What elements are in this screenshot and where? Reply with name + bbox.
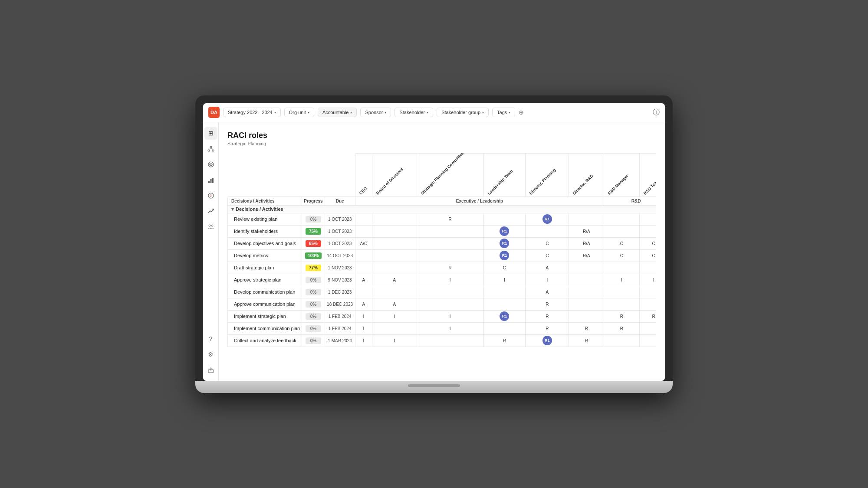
tags-filter[interactable]: Tags ▾ — [492, 108, 515, 117]
raci-cell-4-6[interactable] — [604, 262, 639, 274]
raci-cell-3-2[interactable] — [417, 249, 483, 262]
raci-cell-8-0[interactable]: I — [355, 310, 372, 322]
raci-cell-7-0[interactable]: A — [355, 298, 372, 310]
raci-cell-2-6[interactable]: C — [604, 237, 639, 249]
raci-cell-10-4[interactable]: R1 — [526, 334, 569, 347]
raci-cell-8-3[interactable]: R1 — [483, 310, 525, 322]
raci-cell-1-2[interactable] — [417, 225, 483, 237]
raci-cell-4-1[interactable] — [372, 262, 417, 274]
raci-cell-9-0[interactable]: I — [355, 322, 372, 334]
raci-cell-3-6[interactable]: C — [604, 249, 639, 262]
raci-cell-3-5[interactable]: R/A — [569, 249, 604, 262]
raci-cell-8-7[interactable]: R — [639, 310, 656, 322]
raci-cell-5-6[interactable]: I — [604, 274, 639, 286]
raci-cell-0-6[interactable] — [604, 213, 639, 225]
raci-cell-5-7[interactable]: I — [639, 274, 656, 286]
raci-cell-6-3[interactable] — [483, 286, 525, 298]
raci-cell-9-1[interactable] — [372, 322, 417, 334]
raci-cell-0-7[interactable] — [639, 213, 656, 225]
raci-cell-9-3[interactable] — [483, 322, 525, 334]
raci-cell-3-4[interactable]: C — [526, 249, 569, 262]
raci-cell-10-0[interactable]: I — [355, 334, 372, 347]
raci-cell-2-3[interactable]: R1 — [483, 237, 525, 249]
raci-cell-2-7[interactable]: C — [639, 237, 656, 249]
collapse-btn[interactable]: ▾ — [231, 206, 234, 212]
raci-cell-9-6[interactable]: R — [604, 322, 639, 334]
sidebar-export-icon[interactable] — [204, 364, 217, 377]
raci-cell-7-2[interactable] — [417, 298, 483, 310]
raci-cell-9-4[interactable]: R — [526, 322, 569, 334]
raci-cell-6-5[interactable] — [569, 286, 604, 298]
strategy-filter[interactable]: Strategy 2022 - 2024 ▾ — [223, 108, 281, 117]
raci-cell-5-5[interactable] — [569, 274, 604, 286]
raci-cell-8-2[interactable]: I — [417, 310, 483, 322]
activity-name[interactable]: Approve strategic plan — [228, 274, 302, 286]
help-info-icon[interactable]: ⓘ — [653, 108, 660, 117]
raci-cell-9-2[interactable]: I — [417, 322, 483, 334]
sidebar-growth-icon[interactable] — [204, 205, 217, 218]
raci-cell-9-5[interactable]: R — [569, 322, 604, 334]
sidebar-chart-icon[interactable] — [204, 174, 217, 187]
raci-cell-1-6[interactable] — [604, 225, 639, 237]
raci-cell-2-5[interactable]: R/A — [569, 237, 604, 249]
raci-cell-1-5[interactable]: R/A — [569, 225, 604, 237]
raci-cell-0-3[interactable] — [483, 213, 525, 225]
sidebar-network-icon[interactable] — [204, 142, 217, 155]
raci-cell-0-0[interactable] — [355, 213, 372, 225]
raci-cell-5-2[interactable]: I — [417, 274, 483, 286]
sidebar-settings-icon[interactable]: ⚙ — [204, 348, 217, 361]
raci-cell-10-7[interactable] — [639, 334, 656, 347]
raci-cell-6-6[interactable] — [604, 286, 639, 298]
raci-cell-0-4[interactable]: R1 — [526, 213, 569, 225]
raci-cell-3-0[interactable] — [355, 249, 372, 262]
stakeholder-filter[interactable]: Stakeholder ▾ — [395, 108, 433, 117]
raci-cell-1-7[interactable] — [639, 225, 656, 237]
activity-name[interactable]: Collect and analyze feedback — [228, 334, 302, 347]
stakeholder-group-filter[interactable]: Stakeholder group ▾ — [437, 108, 489, 117]
raci-cell-7-6[interactable] — [604, 298, 639, 310]
activity-name[interactable]: Implement communication plan — [228, 322, 302, 334]
raci-cell-8-4[interactable]: R — [526, 310, 569, 322]
raci-cell-6-7[interactable] — [639, 286, 656, 298]
raci-cell-10-1[interactable]: I — [372, 334, 417, 347]
raci-cell-8-5[interactable] — [569, 310, 604, 322]
raci-cell-5-3[interactable]: I — [483, 274, 525, 286]
raci-cell-7-4[interactable]: R — [526, 298, 569, 310]
raci-cell-1-3[interactable]: R1 — [483, 225, 525, 237]
raci-cell-5-4[interactable]: I — [526, 274, 569, 286]
raci-cell-3-3[interactable]: R1 — [483, 249, 525, 262]
raci-cell-4-0[interactable] — [355, 262, 372, 274]
raci-cell-7-5[interactable] — [569, 298, 604, 310]
accountable-filter[interactable]: Accountable ▾ — [318, 108, 357, 117]
raci-cell-6-1[interactable] — [372, 286, 417, 298]
orgunit-filter[interactable]: Org unit ▾ — [284, 108, 314, 117]
info-circle-icon[interactable]: ⊕ — [519, 109, 524, 116]
raci-cell-7-3[interactable] — [483, 298, 525, 310]
raci-cell-4-2[interactable]: R — [417, 262, 483, 274]
activity-name[interactable]: Develop communication plan — [228, 286, 302, 298]
raci-cell-6-0[interactable] — [355, 286, 372, 298]
raci-cell-4-4[interactable]: A — [526, 262, 569, 274]
raci-cell-4-5[interactable] — [569, 262, 604, 274]
raci-cell-9-7[interactable] — [639, 322, 656, 334]
raci-cell-1-4[interactable] — [526, 225, 569, 237]
raci-cell-4-7[interactable] — [639, 262, 656, 274]
raci-cell-8-6[interactable]: R — [604, 310, 639, 322]
activity-name[interactable]: Develop objectives and goals — [228, 237, 302, 249]
sidebar-grid-icon[interactable]: ⊞ — [204, 127, 217, 140]
sidebar-team-icon[interactable] — [204, 220, 217, 233]
raci-cell-10-2[interactable] — [417, 334, 483, 347]
raci-cell-6-4[interactable]: A — [526, 286, 569, 298]
raci-cell-10-6[interactable] — [604, 334, 639, 347]
sidebar-target-icon[interactable] — [204, 158, 217, 171]
activity-name[interactable]: Develop metrics — [228, 249, 302, 262]
raci-cell-4-3[interactable]: C — [483, 262, 525, 274]
raci-cell-1-1[interactable] — [372, 225, 417, 237]
activity-name[interactable]: Identify stakeholders — [228, 225, 302, 237]
raci-cell-10-3[interactable]: R — [483, 334, 525, 347]
raci-cell-7-1[interactable]: A — [372, 298, 417, 310]
raci-cell-2-1[interactable] — [372, 237, 417, 249]
activity-name[interactable]: Implement strategic plan — [228, 310, 302, 322]
raci-cell-3-1[interactable] — [372, 249, 417, 262]
raci-cell-2-2[interactable] — [417, 237, 483, 249]
